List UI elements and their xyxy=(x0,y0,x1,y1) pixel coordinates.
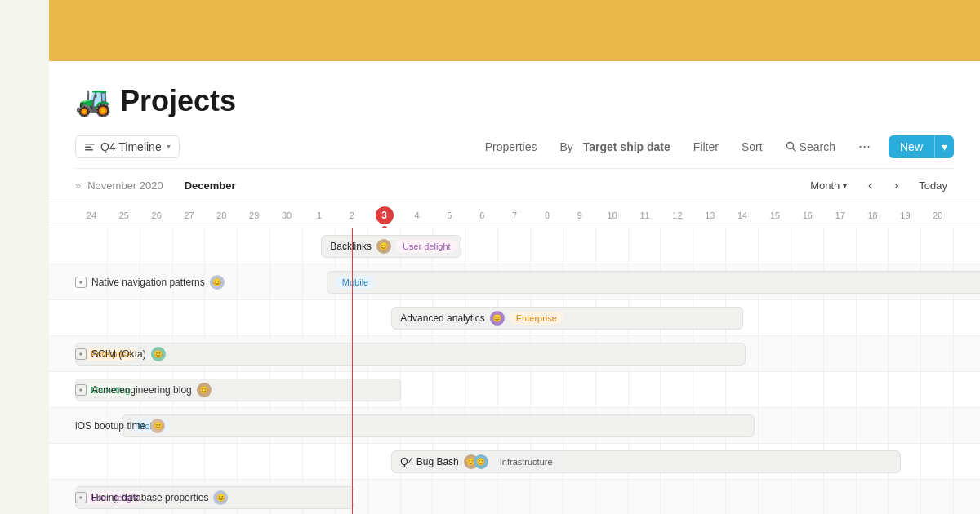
date-row: 2425262728293012345678910111213141516171… xyxy=(49,202,980,228)
page-emoji: 🚜 xyxy=(75,84,112,118)
timeline-icon xyxy=(84,141,96,153)
more-options-button[interactable]: ··· xyxy=(853,135,875,158)
view-label: Q4 Timeline xyxy=(100,140,162,153)
date-cell: 24 xyxy=(75,210,108,220)
svg-rect-1 xyxy=(85,146,91,148)
row-label: Hiding database properties😊 xyxy=(75,490,228,505)
chevron-down-icon: ▾ xyxy=(167,142,171,151)
date-cell: 27 xyxy=(173,210,206,220)
task-bar[interactable]: Mobile xyxy=(327,271,980,294)
month-selector-label: Month xyxy=(810,179,840,192)
task-label: Hiding database properties xyxy=(91,492,208,503)
task-bar[interactable]: Advanced analytics😊Enterprise xyxy=(391,307,742,330)
search-button[interactable]: Search xyxy=(781,137,840,157)
avatar: 😊 xyxy=(210,275,225,290)
date-cell: 14 xyxy=(726,210,759,220)
date-cell: 15 xyxy=(759,210,791,220)
date-cell: 28 xyxy=(205,210,238,220)
date-cell: 2 xyxy=(336,210,368,220)
fast-forward-icon: » xyxy=(75,179,81,192)
today-button[interactable]: Today xyxy=(912,176,954,195)
chevron-down-icon: ▾ xyxy=(843,181,847,190)
task-bar[interactable]: Enterprise xyxy=(75,343,746,366)
avatar: 😊 xyxy=(150,419,165,433)
curr-month-label: December xyxy=(185,179,236,192)
task-icon xyxy=(75,384,87,396)
avatar: 😊 xyxy=(376,239,391,254)
task-tag: Mobile xyxy=(336,276,375,289)
task-label: Native navigation patterns xyxy=(91,277,205,288)
task-label: iOS bootup time xyxy=(75,420,145,432)
task-icon xyxy=(75,277,87,288)
date-cell: 7 xyxy=(498,210,531,220)
search-icon xyxy=(786,141,796,152)
date-cell: 11 xyxy=(629,210,662,220)
task-bar[interactable]: Q4 Bug Bash😊😊Infrastructure xyxy=(391,450,901,473)
date-cell: 19 xyxy=(889,210,921,220)
task-bar-label: Advanced analytics xyxy=(400,312,484,324)
task-icon xyxy=(75,348,87,360)
gantt-row: Q4 Bug Bash😊😊Infrastructure xyxy=(49,444,980,480)
by-target-button[interactable]: By Target ship date xyxy=(555,137,675,157)
view-selector[interactable]: Q4 Timeline ▾ xyxy=(75,135,180,158)
svg-rect-2 xyxy=(85,149,93,151)
prev-arrow[interactable]: ‹ xyxy=(860,175,880,195)
task-bar-label: Q4 Bug Bash xyxy=(400,456,458,467)
sort-button[interactable]: Sort xyxy=(737,137,768,157)
date-cell: 20 xyxy=(921,210,954,220)
new-button-label: New xyxy=(889,135,934,158)
row-label: SCIM (Okta)😊 xyxy=(75,347,166,361)
task-icon xyxy=(75,492,87,503)
page-header: 🚜 Projects Q4 Timeline ▾ xyxy=(49,61,980,169)
date-cell: 10 xyxy=(596,210,629,220)
avatar: 😊 xyxy=(197,383,212,397)
new-button-chevron[interactable]: ▾ xyxy=(934,135,954,158)
date-cell: 3 xyxy=(368,206,401,224)
gantt-row: iOS bootup time😊Mobile xyxy=(49,408,980,444)
page-title: Projects xyxy=(120,84,236,118)
date-cell: 26 xyxy=(140,210,173,220)
properties-button[interactable]: Properties xyxy=(480,137,542,157)
date-cell: 4 xyxy=(401,210,434,220)
gantt-row: Native navigation patterns😊Mobile xyxy=(49,264,980,300)
avatar: 😊 xyxy=(151,347,166,361)
next-arrow[interactable]: › xyxy=(886,175,906,195)
gantt-area: Backlinks😊User delightNative navigation … xyxy=(49,228,980,514)
top-banner xyxy=(0,0,980,61)
date-cell: 25 xyxy=(108,210,140,220)
date-cell: 6 xyxy=(466,210,498,220)
month-selector[interactable]: Month ▾ xyxy=(804,176,853,195)
task-tag: Enterprise xyxy=(510,312,564,325)
gantt-row: Backlinks😊User delight xyxy=(49,228,980,264)
task-bar[interactable]: Mobile xyxy=(122,414,755,437)
avatar: 😊 xyxy=(490,311,505,326)
date-cell: 9 xyxy=(564,210,596,220)
date-cell: 8 xyxy=(531,210,564,220)
date-cell: 30 xyxy=(270,210,303,220)
date-cell: 13 xyxy=(693,210,726,220)
today-line xyxy=(352,228,354,514)
date-cell: 16 xyxy=(791,210,824,220)
date-cell: 17 xyxy=(824,210,857,220)
date-cell: 5 xyxy=(433,210,466,220)
task-label: Acme engineering blog xyxy=(91,384,192,396)
task-bar-label: Backlinks xyxy=(330,241,372,252)
avatar-pair: 😊😊 xyxy=(464,454,488,469)
task-bar[interactable]: Backlinks😊User delight xyxy=(321,235,461,258)
new-button[interactable]: New ▾ xyxy=(889,135,954,158)
date-cell: 12 xyxy=(661,210,693,220)
prev-month-label: November 2020 xyxy=(87,179,163,192)
date-cell: 18 xyxy=(857,210,889,220)
date-cell: 1 xyxy=(303,210,336,220)
avatar: 😊 xyxy=(213,490,228,505)
timeline-header: » November 2020 December Month ▾ ‹ › Tod… xyxy=(49,169,980,202)
gantt-row: SCIM (Okta)😊Enterprise xyxy=(49,336,980,372)
date-cell: 29 xyxy=(238,210,270,220)
row-label: iOS bootup time😊 xyxy=(75,419,165,433)
sidebar xyxy=(0,0,49,453)
task-tag: Infrastructure xyxy=(493,455,559,468)
svg-rect-0 xyxy=(85,144,95,145)
task-label: SCIM (Okta) xyxy=(91,348,146,360)
filter-button[interactable]: Filter xyxy=(688,137,724,157)
row-label: Acme engineering blog😊 xyxy=(75,383,212,397)
